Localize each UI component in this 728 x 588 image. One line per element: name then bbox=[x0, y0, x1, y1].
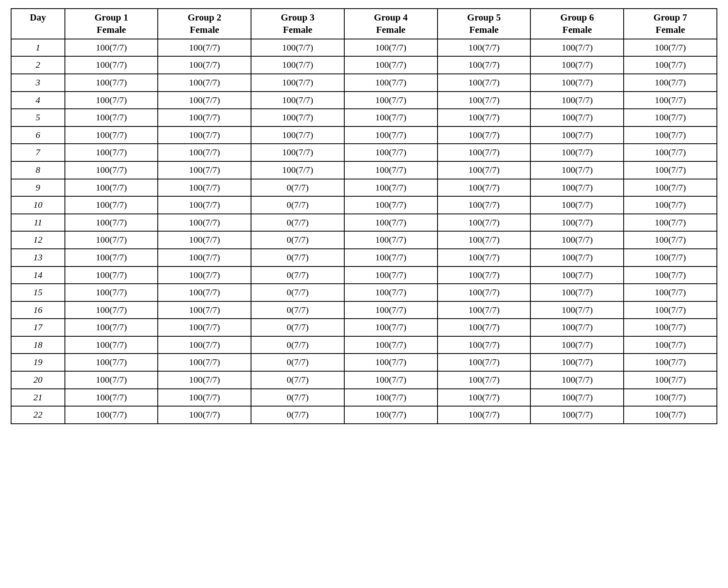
group2-cell: 100(7/7) bbox=[158, 406, 251, 424]
group5-cell: 100(7/7) bbox=[438, 354, 531, 371]
group7-cell: 100(7/7) bbox=[624, 371, 717, 389]
group5-cell: 100(7/7) bbox=[438, 319, 531, 336]
group7-cell: 100(7/7) bbox=[624, 266, 717, 284]
group6-cell: 100(7/7) bbox=[530, 301, 624, 319]
group5-cell: 100(7/7) bbox=[438, 266, 531, 284]
group7-cell: 100(7/7) bbox=[624, 196, 717, 214]
group6-cell: 100(7/7) bbox=[530, 336, 624, 354]
group6-cell: 100(7/7) bbox=[530, 161, 624, 179]
group1-cell: 100(7/7) bbox=[65, 109, 158, 126]
group1-cell: 100(7/7) bbox=[65, 319, 158, 336]
group4-cell: 100(7/7) bbox=[344, 354, 438, 371]
group7-cell: 100(7/7) bbox=[624, 74, 717, 92]
day-cell: 9 bbox=[11, 179, 65, 197]
group4-cell: 100(7/7) bbox=[344, 266, 438, 284]
group6-cell: 100(7/7) bbox=[530, 266, 624, 284]
group1-cell: 100(7/7) bbox=[65, 249, 158, 266]
col-header-group1: Group 1Female bbox=[65, 9, 158, 39]
group2-cell: 100(7/7) bbox=[158, 371, 251, 389]
day-cell: 8 bbox=[11, 161, 65, 179]
day-cell: 3 bbox=[11, 74, 65, 92]
day-cell: 10 bbox=[11, 196, 65, 214]
group5-cell: 100(7/7) bbox=[438, 74, 531, 92]
group7-cell: 100(7/7) bbox=[624, 56, 717, 74]
group7-cell: 100(7/7) bbox=[624, 231, 717, 249]
group3-cell: 100(7/7) bbox=[251, 92, 344, 109]
group2-cell: 100(7/7) bbox=[158, 266, 251, 284]
group7-cell: 100(7/7) bbox=[624, 354, 717, 371]
group2-cell: 100(7/7) bbox=[158, 196, 251, 214]
group4-cell: 100(7/7) bbox=[344, 336, 438, 354]
group2-cell: 100(7/7) bbox=[158, 231, 251, 249]
group3-cell: 0(7/7) bbox=[251, 249, 344, 266]
group6-cell: 100(7/7) bbox=[530, 196, 624, 214]
group3-cell: 0(7/7) bbox=[251, 266, 344, 284]
group1-cell: 100(7/7) bbox=[65, 74, 158, 92]
group4-cell: 100(7/7) bbox=[344, 179, 438, 197]
group5-cell: 100(7/7) bbox=[438, 39, 531, 57]
table-row: 22100(7/7)100(7/7)0(7/7)100(7/7)100(7/7)… bbox=[11, 406, 717, 424]
group6-cell: 100(7/7) bbox=[530, 249, 624, 266]
group7-cell: 100(7/7) bbox=[624, 161, 717, 179]
header-row: Day Group 1Female Group 2Female Group 3F… bbox=[11, 9, 717, 39]
group3-cell: 0(7/7) bbox=[251, 336, 344, 354]
group5-cell: 100(7/7) bbox=[438, 389, 531, 407]
group3-cell: 100(7/7) bbox=[251, 39, 344, 57]
table-row: 11100(7/7)100(7/7)0(7/7)100(7/7)100(7/7)… bbox=[11, 214, 717, 232]
table-row: 14100(7/7)100(7/7)0(7/7)100(7/7)100(7/7)… bbox=[11, 266, 717, 284]
table-row: 17100(7/7)100(7/7)0(7/7)100(7/7)100(7/7)… bbox=[11, 319, 717, 336]
group3-cell: 0(7/7) bbox=[251, 371, 344, 389]
group3-cell: 0(7/7) bbox=[251, 196, 344, 214]
group6-cell: 100(7/7) bbox=[530, 214, 624, 232]
group5-cell: 100(7/7) bbox=[438, 406, 531, 424]
group5-cell: 100(7/7) bbox=[438, 109, 531, 126]
group1-cell: 100(7/7) bbox=[65, 371, 158, 389]
group1-cell: 100(7/7) bbox=[65, 406, 158, 424]
table-row: 21100(7/7)100(7/7)0(7/7)100(7/7)100(7/7)… bbox=[11, 389, 717, 407]
table-row: 1100(7/7)100(7/7)100(7/7)100(7/7)100(7/7… bbox=[11, 39, 717, 57]
group4-cell: 100(7/7) bbox=[344, 301, 438, 319]
day-cell: 4 bbox=[11, 92, 65, 109]
group4-cell: 100(7/7) bbox=[344, 92, 438, 109]
group5-cell: 100(7/7) bbox=[438, 144, 531, 161]
group1-cell: 100(7/7) bbox=[65, 179, 158, 197]
day-cell: 17 bbox=[11, 319, 65, 336]
col-header-day: Day bbox=[11, 9, 65, 39]
group2-cell: 100(7/7) bbox=[158, 336, 251, 354]
group2-cell: 100(7/7) bbox=[158, 214, 251, 232]
col-header-group3: Group 3Female bbox=[251, 9, 344, 39]
group2-cell: 100(7/7) bbox=[158, 144, 251, 161]
group2-cell: 100(7/7) bbox=[158, 161, 251, 179]
group2-cell: 100(7/7) bbox=[158, 354, 251, 371]
group3-cell: 100(7/7) bbox=[251, 126, 344, 144]
group3-cell: 0(7/7) bbox=[251, 284, 344, 301]
group1-cell: 100(7/7) bbox=[65, 196, 158, 214]
table-row: 8100(7/7)100(7/7)100(7/7)100(7/7)100(7/7… bbox=[11, 161, 717, 179]
day-cell: 7 bbox=[11, 144, 65, 161]
data-table: Day Group 1Female Group 2Female Group 3F… bbox=[11, 8, 717, 424]
group6-cell: 100(7/7) bbox=[530, 354, 624, 371]
table-row: 9100(7/7)100(7/7)0(7/7)100(7/7)100(7/7)1… bbox=[11, 179, 717, 197]
group5-cell: 100(7/7) bbox=[438, 301, 531, 319]
day-cell: 19 bbox=[11, 354, 65, 371]
group6-cell: 100(7/7) bbox=[530, 126, 624, 144]
group4-cell: 100(7/7) bbox=[344, 39, 438, 57]
day-cell: 14 bbox=[11, 266, 65, 284]
group3-cell: 100(7/7) bbox=[251, 74, 344, 92]
group5-cell: 100(7/7) bbox=[438, 126, 531, 144]
group2-cell: 100(7/7) bbox=[158, 249, 251, 266]
day-cell: 15 bbox=[11, 284, 65, 301]
group1-cell: 100(7/7) bbox=[65, 144, 158, 161]
group2-cell: 100(7/7) bbox=[158, 126, 251, 144]
table-row: 18100(7/7)100(7/7)0(7/7)100(7/7)100(7/7)… bbox=[11, 336, 717, 354]
group5-cell: 100(7/7) bbox=[438, 249, 531, 266]
group3-cell: 0(7/7) bbox=[251, 301, 344, 319]
day-cell: 18 bbox=[11, 336, 65, 354]
group3-cell: 0(7/7) bbox=[251, 231, 344, 249]
group6-cell: 100(7/7) bbox=[530, 56, 624, 74]
table-row: 3100(7/7)100(7/7)100(7/7)100(7/7)100(7/7… bbox=[11, 74, 717, 92]
group2-cell: 100(7/7) bbox=[158, 74, 251, 92]
group4-cell: 100(7/7) bbox=[344, 231, 438, 249]
group3-cell: 0(7/7) bbox=[251, 319, 344, 336]
col-header-group4: Group 4Female bbox=[344, 9, 438, 39]
